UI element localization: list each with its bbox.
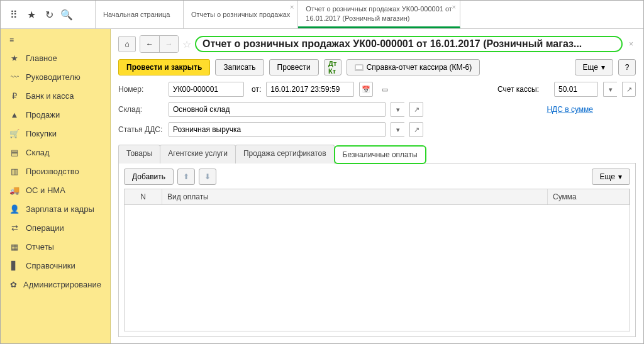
- home-button[interactable]: ⌂: [118, 36, 136, 52]
- post-button[interactable]: Провести: [269, 59, 319, 75]
- panel-toolbar: Добавить ⬆ ⬇ Еще ▾: [124, 169, 630, 185]
- doc-tab[interactable]: Продажа сертификатов: [235, 145, 335, 164]
- account-open-icon[interactable]: ↗: [622, 82, 636, 97]
- vat-link[interactable]: НДС в сумме: [547, 105, 593, 114]
- main-area: ≡ ★Главное〰Руководителю₽Банк и касса▲Про…: [1, 29, 643, 343]
- row-dds: Статья ДДС: ▾ ↗: [118, 122, 636, 137]
- page-title: Отчет о розничных продажах УК00-000001 о…: [195, 36, 623, 52]
- more-label: Еще: [583, 63, 598, 72]
- chevron-down-icon: ▾: [618, 172, 622, 181]
- window-tab[interactable]: Начальная страница: [96, 1, 184, 28]
- warehouse-dropdown-icon[interactable]: ▾: [391, 102, 404, 117]
- search-icon[interactable]: 🔍: [60, 8, 74, 21]
- move-up-button[interactable]: ⬆: [177, 169, 195, 185]
- help-button[interactable]: ?: [618, 59, 636, 75]
- sidebar-item[interactable]: ★Главное: [1, 48, 110, 67]
- doc-tab[interactable]: Товары: [118, 145, 160, 164]
- account-input[interactable]: [554, 82, 598, 97]
- post-close-button[interactable]: Провести и закрыть: [118, 59, 210, 75]
- col-sum[interactable]: Сумма: [548, 189, 630, 204]
- sidebar-item-label: ОС и НМА: [26, 186, 65, 195]
- dds-label: Статья ДДС:: [118, 125, 164, 134]
- sidebar-item[interactable]: 👤Зарплата и кадры: [1, 199, 110, 218]
- add-button[interactable]: Добавить: [124, 169, 174, 185]
- sidebar-item[interactable]: 🛒Покупки: [1, 124, 110, 143]
- dds-dropdown-icon[interactable]: ▾: [391, 122, 404, 137]
- grid-body[interactable]: [125, 205, 630, 331]
- sidebar-item-label: Операции: [26, 223, 64, 233]
- sidebar-item[interactable]: ▋Справочники: [1, 256, 110, 275]
- sidebar-item-label: Продажи: [26, 110, 60, 119]
- sidebar-icon: 👤: [9, 204, 19, 214]
- window-tabs: Начальная страницаОтчеты о розничных про…: [96, 1, 643, 28]
- apps-icon[interactable]: ⠿: [7, 8, 21, 21]
- sidebar-item[interactable]: ₽Банк и касса: [1, 86, 110, 105]
- chevron-down-icon: ▾: [601, 63, 605, 72]
- command-bar: Провести и закрыть Записать Провести ДтК…: [118, 59, 636, 75]
- sidebar-icon: ₽: [9, 91, 19, 101]
- sidebar-item-label: Администрирование: [23, 280, 101, 289]
- sidebar-item[interactable]: ▦Отчеты: [1, 237, 110, 256]
- warehouse-open-icon[interactable]: ↗: [409, 102, 423, 117]
- account-dropdown-icon[interactable]: ▾: [603, 82, 617, 97]
- history-icon[interactable]: ↻: [42, 8, 56, 21]
- topbar-tools: ⠿ ★ ↻ 🔍: [1, 1, 96, 28]
- number-input[interactable]: [169, 82, 244, 97]
- dds-open-icon[interactable]: ↗: [409, 122, 423, 137]
- sidebar-item-label: Производство: [26, 167, 79, 176]
- sidebar-item[interactable]: 〰Руководителю: [1, 67, 110, 86]
- panel-more-label: Еще: [600, 172, 615, 181]
- col-n[interactable]: N: [125, 189, 162, 204]
- col-type[interactable]: Вид оплаты: [162, 189, 548, 204]
- dds-input[interactable]: [169, 122, 386, 137]
- sidebar-item-label: Справочники: [26, 261, 75, 270]
- sidebar-item[interactable]: ⇄Операции: [1, 218, 110, 237]
- doc-tab[interactable]: Безналичные оплаты: [334, 145, 426, 164]
- back-button[interactable]: ←: [140, 36, 159, 52]
- topbar: ⠿ ★ ↻ 🔍 Начальная страницаОтчеты о розни…: [1, 1, 643, 29]
- tab-close-icon[interactable]: ×: [452, 3, 455, 11]
- panel-more-button[interactable]: Еще ▾: [592, 169, 630, 185]
- calendar-icon[interactable]: 📅: [359, 82, 373, 97]
- save-button[interactable]: Записать: [215, 59, 264, 75]
- sidebar-item[interactable]: ▲Продажи: [1, 105, 110, 124]
- tab-close-icon[interactable]: ×: [290, 3, 294, 11]
- sidebar-item[interactable]: 🚚ОС и НМА: [1, 180, 110, 199]
- debit-credit-button[interactable]: ДтКт: [324, 59, 341, 75]
- sidebar-item[interactable]: ▥Производство: [1, 162, 110, 180]
- warehouse-input[interactable]: [169, 102, 386, 117]
- sidebar-item[interactable]: ✿Администрирование: [1, 275, 110, 294]
- account-label: Счет кассы:: [497, 85, 539, 94]
- sidebar-icon: 🛒: [9, 128, 19, 138]
- close-icon[interactable]: ×: [626, 40, 636, 48]
- more-button[interactable]: Еще ▾: [575, 59, 613, 75]
- sidebar-icon: ▥: [9, 166, 19, 176]
- payments-grid[interactable]: N Вид оплаты Сумма: [124, 189, 630, 331]
- star-icon[interactable]: ★: [25, 8, 38, 21]
- sidebar-icon: 〰: [9, 72, 19, 82]
- doc-tab[interactable]: Агентские услуги: [160, 145, 236, 164]
- tab-label: Отчет о розничных продажах УК00-000001 о…: [306, 4, 452, 13]
- window-tab[interactable]: Отчет о розничных продажах УК00-000001 о…: [298, 1, 460, 28]
- favorite-icon[interactable]: ☆: [182, 38, 191, 50]
- mode-icon[interactable]: ▭: [378, 82, 392, 97]
- sidebar-item[interactable]: ▤Склад: [1, 143, 110, 162]
- sidebar-item-label: Зарплата и кадры: [26, 204, 94, 214]
- sidebar-item-label: Главное: [26, 53, 57, 63]
- from-label: от:: [252, 85, 261, 94]
- grid-header: N Вид оплаты Сумма: [125, 189, 630, 205]
- forward-button[interactable]: →: [159, 36, 178, 52]
- move-down-button[interactable]: ⬇: [199, 169, 216, 185]
- sidebar-icon: ✿: [9, 279, 17, 289]
- cashier-report-button[interactable]: Справка-отчет кассира (КМ-6): [347, 59, 480, 75]
- menu-toggle-icon[interactable]: ≡: [1, 32, 110, 48]
- window-tab[interactable]: Отчеты о розничных продажах×: [184, 1, 298, 28]
- sidebar-icon: 🚚: [9, 185, 19, 195]
- sidebar-icon: ▋: [9, 260, 19, 270]
- row-warehouse: Склад: ▾ ↗ НДС в сумме: [118, 102, 636, 117]
- printer-icon: [355, 64, 364, 71]
- tab-sublabel: 16.01.2017 (Розничный магазин): [306, 14, 452, 23]
- sidebar-icon: ⇄: [9, 223, 19, 233]
- sidebar: ≡ ★Главное〰Руководителю₽Банк и касса▲Про…: [1, 29, 111, 343]
- date-input[interactable]: [266, 82, 354, 97]
